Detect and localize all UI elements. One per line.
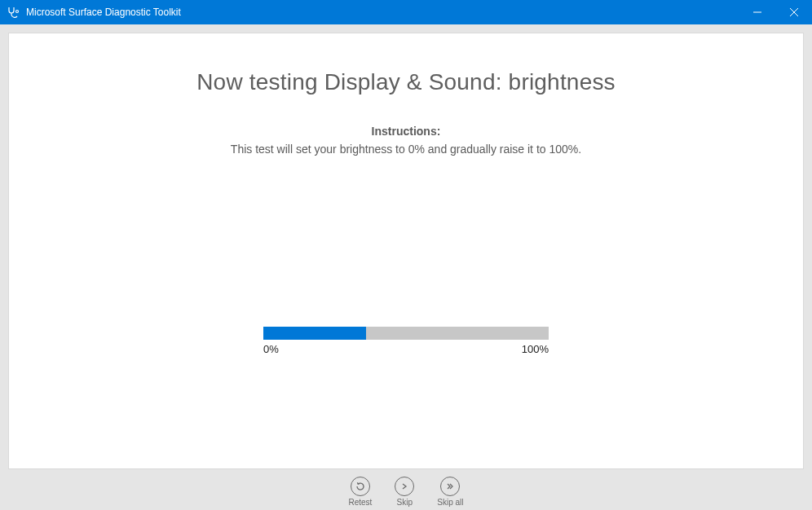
progress-labels: 0% 100% [263,343,549,355]
svg-point-0 [16,11,19,13]
app-title: Microsoft Surface Diagnostic Toolkit [26,7,739,18]
progress-fill [263,327,366,340]
retest-button[interactable]: Retest [348,477,372,507]
footer-bar: Retest Skip Skip all [8,469,804,510]
instructions-block: Instructions: This test will set your br… [231,125,581,156]
content-card: Now testing Display & Sound: brightness … [8,33,804,469]
window-controls [739,0,812,24]
progress-bar: 0% 100% [263,327,549,355]
skip-all-label: Skip all [437,498,463,507]
instructions-body: This test will set your brightness to 0%… [231,143,581,156]
skip-label: Skip [397,498,413,507]
progress-track [263,327,549,340]
skip-all-icon [440,477,460,496]
progress-min-label: 0% [263,343,279,355]
titlebar: Microsoft Surface Diagnostic Toolkit [0,0,812,24]
close-button[interactable] [775,0,812,24]
stethoscope-icon [7,6,20,19]
progress-max-label: 100% [522,343,549,355]
minimize-button[interactable] [739,0,775,24]
outer-frame: Now testing Display & Sound: brightness … [0,24,812,510]
page-heading: Now testing Display & Sound: brightness [196,69,616,95]
skip-button[interactable]: Skip [395,477,414,507]
retest-label: Retest [348,498,372,507]
skip-all-button[interactable]: Skip all [437,477,463,507]
instructions-label: Instructions: [231,125,581,138]
retest-icon [351,477,370,496]
skip-icon [395,477,414,496]
